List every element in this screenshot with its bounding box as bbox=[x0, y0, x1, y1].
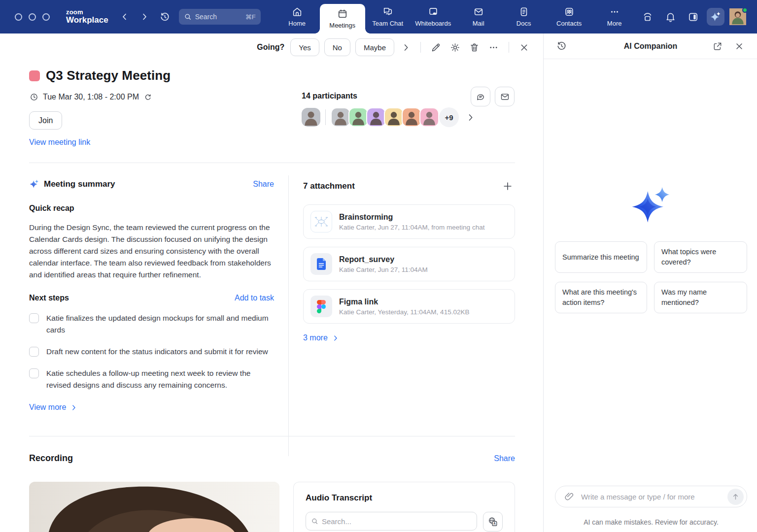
ai-suggestion-chips: Summarize this meeting What topics were … bbox=[555, 241, 747, 313]
panel-icon bbox=[688, 11, 699, 23]
participants-expand-button[interactable] bbox=[465, 112, 476, 123]
more-options-button[interactable] bbox=[486, 40, 501, 55]
add-attachment-button[interactable] bbox=[500, 179, 515, 194]
participant-avatar[interactable] bbox=[384, 107, 404, 127]
ai-history-button[interactable] bbox=[554, 39, 569, 53]
chevron-left-icon bbox=[120, 12, 129, 21]
translate-icon: A bbox=[487, 516, 498, 527]
bell-icon bbox=[665, 11, 676, 23]
profile-avatar[interactable] bbox=[729, 8, 747, 26]
contacts-icon bbox=[564, 6, 575, 17]
add-to-task-link[interactable]: Add to task bbox=[235, 294, 274, 302]
tab-docs-label: Docs bbox=[516, 20, 531, 27]
delete-meeting-button[interactable] bbox=[467, 40, 482, 55]
view-more-link[interactable]: View more bbox=[29, 403, 66, 412]
side-panel-toggle-button[interactable] bbox=[684, 8, 702, 26]
global-search-input[interactable]: Search ⌘F bbox=[179, 9, 261, 25]
gear-icon bbox=[450, 42, 460, 53]
envelope-icon bbox=[500, 92, 510, 102]
attachment-report-survey[interactable]: Report_survey Katie Carter, Jun 27, 11:0… bbox=[303, 247, 515, 281]
participant-avatar[interactable] bbox=[402, 107, 421, 127]
tab-team-chat[interactable]: Team Chat bbox=[365, 0, 411, 33]
tab-mail[interactable]: Mail bbox=[456, 0, 501, 33]
search-icon bbox=[311, 517, 318, 525]
notifications-button[interactable] bbox=[661, 8, 679, 26]
document-icon bbox=[310, 253, 332, 275]
meeting-settings-button[interactable] bbox=[448, 40, 462, 55]
history-button[interactable] bbox=[159, 11, 171, 23]
translate-button[interactable]: A bbox=[483, 512, 503, 532]
nav-forward-button[interactable] bbox=[139, 11, 150, 22]
chevron-right-icon bbox=[466, 113, 475, 122]
chip-action-items[interactable]: What are this meeting's action items? bbox=[555, 282, 647, 313]
tab-contacts[interactable]: Contacts bbox=[547, 0, 592, 33]
divider bbox=[420, 42, 421, 53]
task-item: Katie finalizes the updated design mocku… bbox=[29, 312, 274, 336]
brand-zoom: zoom bbox=[66, 9, 108, 16]
external-link-icon bbox=[713, 41, 723, 51]
calendar-icon bbox=[337, 8, 348, 19]
ai-popout-button[interactable] bbox=[711, 39, 724, 53]
transcript-search-input[interactable] bbox=[322, 517, 472, 526]
primary-tabs: Home Meetings Team Chat Whiteboards Mail bbox=[275, 0, 637, 33]
task-checkbox[interactable] bbox=[29, 368, 39, 378]
close-meeting-button[interactable] bbox=[517, 40, 531, 55]
divider bbox=[29, 436, 515, 436]
audio-transcript-card: Audio Transcript A bbox=[293, 482, 515, 532]
recording-video-thumbnail[interactable] bbox=[29, 482, 279, 532]
tab-meetings[interactable]: Meetings bbox=[320, 4, 365, 33]
more-attachments-link[interactable]: 3 more bbox=[303, 333, 328, 342]
tab-whiteboards[interactable]: Whiteboards bbox=[411, 0, 456, 33]
chip-name-mentioned[interactable]: Was my name mentioned? bbox=[654, 282, 747, 313]
view-meeting-link[interactable]: View meeting link bbox=[29, 138, 90, 147]
task-checkbox[interactable] bbox=[29, 347, 39, 357]
attach-file-button[interactable] bbox=[562, 490, 576, 503]
nav-back-button[interactable] bbox=[119, 11, 130, 22]
edit-meeting-button[interactable] bbox=[429, 40, 443, 55]
share-recording-link[interactable]: Share bbox=[494, 454, 515, 463]
rsvp-expand-button[interactable] bbox=[399, 41, 413, 54]
task-checkbox[interactable] bbox=[29, 313, 39, 323]
ai-close-button[interactable] bbox=[732, 39, 746, 53]
send-message-button[interactable] bbox=[727, 489, 744, 505]
figma-icon bbox=[310, 296, 332, 317]
chip-topics-covered[interactable]: What topics were covered? bbox=[654, 241, 747, 273]
connect-device-button[interactable] bbox=[639, 8, 656, 26]
email-participants-button[interactable] bbox=[495, 87, 515, 106]
task-item: Katie schedules a follow-up meeting next… bbox=[29, 367, 274, 391]
ellipsis-icon bbox=[488, 42, 499, 53]
rsvp-no-button[interactable]: No bbox=[324, 38, 350, 56]
share-summary-link[interactable]: Share bbox=[253, 180, 274, 189]
ai-message-composer bbox=[555, 486, 747, 507]
window-minimize-button[interactable] bbox=[29, 13, 36, 21]
tab-docs[interactable]: Docs bbox=[501, 0, 547, 33]
attachment-figma-link[interactable]: Figma link Katie Carter, Yesterday, 11:0… bbox=[303, 289, 515, 324]
participant-avatar[interactable] bbox=[419, 107, 439, 127]
participant-avatar[interactable] bbox=[348, 107, 368, 127]
svg-text:A: A bbox=[493, 522, 496, 525]
tab-meetings-label: Meetings bbox=[329, 22, 355, 29]
ai-companion-button[interactable] bbox=[707, 8, 724, 26]
attachment-brainstorming[interactable]: Brainstorming Katie Carter, Jun 27, 11:0… bbox=[303, 204, 515, 239]
tab-more[interactable]: More bbox=[592, 0, 637, 33]
history-clock-icon bbox=[160, 12, 170, 22]
chat-participants-button[interactable] bbox=[471, 87, 490, 106]
participant-avatar[interactable] bbox=[366, 107, 386, 127]
window-zoom-button[interactable] bbox=[42, 13, 50, 21]
organizer-avatar[interactable] bbox=[302, 108, 320, 127]
rsvp-yes-button[interactable]: Yes bbox=[290, 38, 319, 56]
participants-overflow-badge[interactable]: +9 bbox=[439, 107, 459, 127]
device-icon bbox=[642, 11, 654, 23]
video-frame bbox=[29, 482, 279, 532]
rsvp-maybe-button[interactable]: Maybe bbox=[355, 38, 394, 56]
attachment-name: Brainstorming bbox=[339, 213, 484, 222]
chip-summarize-meeting[interactable]: Summarize this meeting bbox=[555, 241, 647, 273]
ai-message-input[interactable] bbox=[581, 493, 723, 501]
participant-avatar[interactable] bbox=[331, 107, 350, 127]
tab-contacts-label: Contacts bbox=[556, 20, 582, 27]
search-shortcut: ⌘F bbox=[245, 13, 256, 21]
chat-icon bbox=[382, 6, 393, 17]
join-button[interactable]: Join bbox=[29, 111, 62, 130]
tab-home[interactable]: Home bbox=[275, 0, 320, 33]
window-close-button[interactable] bbox=[15, 13, 22, 21]
